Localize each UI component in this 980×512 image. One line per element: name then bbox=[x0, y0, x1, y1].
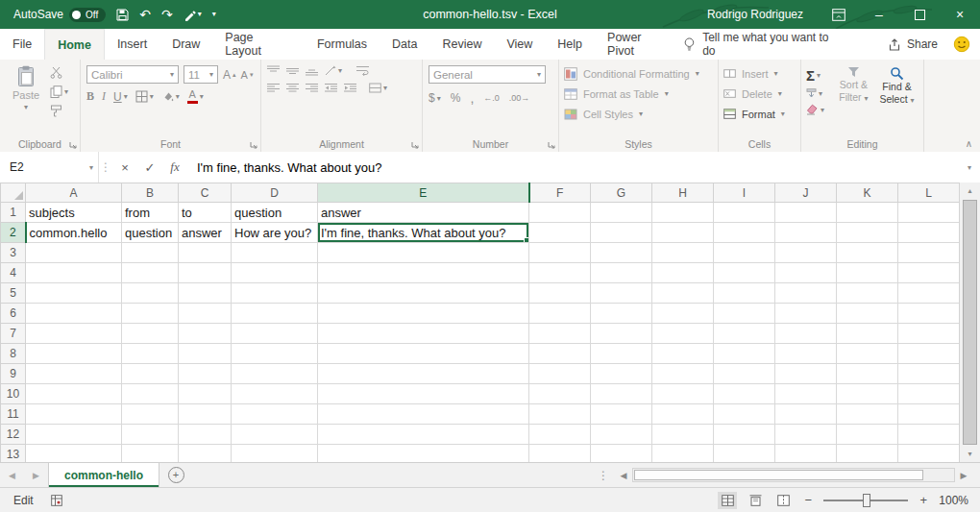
cell-F6[interactable] bbox=[529, 304, 591, 324]
find-select-button[interactable]: Find & Select ▾ bbox=[875, 62, 919, 136]
cell-J12[interactable] bbox=[775, 425, 837, 445]
h-scroll-right-button[interactable]: ▶ bbox=[955, 471, 972, 480]
cell-I2[interactable] bbox=[714, 223, 775, 243]
scroll-down-button[interactable]: ▾ bbox=[960, 446, 980, 462]
formula-enter-button[interactable]: ✓ bbox=[137, 152, 162, 183]
delete-cells-button[interactable]: Delete ▾ bbox=[723, 84, 796, 104]
paste-button[interactable]: Paste ▾ bbox=[6, 65, 46, 111]
cell-L6[interactable] bbox=[898, 304, 960, 324]
minimize-button[interactable]: – bbox=[859, 0, 899, 29]
cell-L4[interactable] bbox=[898, 263, 960, 283]
cell-D9[interactable] bbox=[232, 364, 318, 384]
cell-B7[interactable] bbox=[122, 324, 179, 344]
row-header-1[interactable]: 1 bbox=[1, 203, 26, 223]
cell-C10[interactable] bbox=[179, 384, 232, 404]
cell-K4[interactable] bbox=[837, 263, 898, 283]
cell-G13[interactable] bbox=[591, 445, 652, 463]
cell-I4[interactable] bbox=[714, 263, 775, 283]
decrease-decimal-button[interactable]: .00→ bbox=[509, 93, 530, 103]
cell-F8[interactable] bbox=[529, 344, 591, 364]
cell-E13[interactable] bbox=[318, 445, 529, 463]
cell-I9[interactable] bbox=[714, 364, 775, 384]
conditional-formatting-button[interactable]: Conditional Formatting ▾ bbox=[564, 63, 713, 84]
autosave-toggle[interactable]: AutoSave Off bbox=[13, 8, 106, 22]
row-header-8[interactable]: 8 bbox=[1, 344, 26, 364]
cell-L2[interactable] bbox=[898, 223, 960, 243]
cell-E4[interactable] bbox=[318, 263, 529, 283]
save-button[interactable] bbox=[116, 9, 129, 21]
decrease-indent-button[interactable] bbox=[325, 83, 337, 93]
ribbon-tab-file[interactable]: File bbox=[0, 29, 44, 60]
cell-B1[interactable]: from bbox=[122, 203, 179, 223]
formula-input[interactable] bbox=[187, 152, 959, 183]
cell-D3[interactable] bbox=[232, 243, 318, 263]
autosum-button[interactable]: Σ▾ bbox=[806, 67, 832, 84]
align-left-button[interactable] bbox=[267, 83, 280, 93]
row-header-12[interactable]: 12 bbox=[1, 425, 26, 445]
cell-C3[interactable] bbox=[179, 243, 232, 263]
percent-style-button[interactable]: % bbox=[451, 91, 461, 105]
cell-G4[interactable] bbox=[591, 263, 652, 283]
view-page-layout-button[interactable] bbox=[746, 492, 765, 509]
cell-I10[interactable] bbox=[714, 384, 775, 404]
zoom-in-button[interactable]: + bbox=[917, 493, 930, 507]
h-scroll-track[interactable] bbox=[632, 468, 955, 482]
cell-B4[interactable] bbox=[122, 263, 179, 283]
row-header-9[interactable]: 9 bbox=[1, 364, 26, 384]
row-header-3[interactable]: 3 bbox=[1, 243, 26, 263]
cell-E12[interactable] bbox=[318, 425, 529, 445]
cell-styles-button[interactable]: Cell Styles ▾ bbox=[564, 104, 713, 124]
cell-J4[interactable] bbox=[775, 263, 837, 283]
cell-E7[interactable] bbox=[318, 324, 529, 344]
cell-B5[interactable] bbox=[122, 283, 179, 304]
cell-H6[interactable] bbox=[652, 304, 714, 324]
clipboard-dialog-launcher[interactable] bbox=[69, 141, 77, 149]
cell-A5[interactable] bbox=[26, 283, 122, 304]
expand-formula-bar-button[interactable]: ▾ bbox=[959, 152, 980, 183]
font-name-combo[interactable]: Calibri ▾ bbox=[86, 65, 179, 84]
cell-H8[interactable] bbox=[652, 344, 714, 364]
column-header-D[interactable]: D bbox=[232, 183, 318, 203]
cell-G11[interactable] bbox=[591, 404, 652, 425]
cell-B10[interactable] bbox=[122, 384, 179, 404]
cell-I8[interactable] bbox=[714, 344, 775, 364]
cell-C7[interactable] bbox=[179, 324, 232, 344]
select-all-corner[interactable] bbox=[1, 183, 26, 203]
cell-A4[interactable] bbox=[26, 263, 122, 283]
cell-A8[interactable] bbox=[26, 344, 122, 364]
merge-center-button[interactable]: ▾ bbox=[369, 83, 387, 93]
align-bottom-button[interactable] bbox=[306, 65, 318, 76]
column-header-G[interactable]: G bbox=[591, 183, 652, 203]
cell-K10[interactable] bbox=[837, 384, 898, 404]
cell-I5[interactable] bbox=[714, 283, 775, 304]
cell-L10[interactable] bbox=[898, 384, 960, 404]
cell-G1[interactable] bbox=[591, 203, 652, 223]
row-header-7[interactable]: 7 bbox=[1, 324, 26, 344]
cell-A13[interactable] bbox=[26, 445, 122, 463]
row-header-5[interactable]: 5 bbox=[1, 283, 26, 304]
cell-D2[interactable]: How are you? bbox=[232, 223, 318, 243]
cell-D5[interactable] bbox=[232, 283, 318, 304]
maximize-button[interactable] bbox=[899, 0, 940, 29]
collapse-ribbon-button[interactable]: ∧ bbox=[966, 138, 972, 149]
cell-J9[interactable] bbox=[775, 364, 837, 384]
cell-J3[interactable] bbox=[775, 243, 837, 263]
cell-H11[interactable] bbox=[652, 404, 714, 425]
insert-function-button[interactable]: fx bbox=[162, 152, 187, 183]
ribbon-tab-home[interactable]: Home bbox=[44, 29, 105, 60]
macro-record-button[interactable] bbox=[51, 495, 62, 506]
cell-K7[interactable] bbox=[837, 324, 898, 344]
cell-H7[interactable] bbox=[652, 324, 714, 344]
cell-I12[interactable] bbox=[714, 425, 775, 445]
cell-B3[interactable] bbox=[122, 243, 179, 263]
wrap-text-button[interactable] bbox=[356, 65, 369, 76]
cell-A12[interactable] bbox=[26, 425, 122, 445]
ribbon-display-options-button[interactable] bbox=[819, 0, 859, 29]
view-page-break-button[interactable] bbox=[773, 492, 793, 509]
cell-L12[interactable] bbox=[898, 425, 960, 445]
number-format-combo[interactable]: General ▾ bbox=[429, 65, 546, 84]
cell-G8[interactable] bbox=[591, 344, 652, 364]
cell-A11[interactable] bbox=[26, 404, 122, 425]
cell-D12[interactable] bbox=[232, 425, 318, 445]
cell-E3[interactable] bbox=[318, 243, 529, 263]
